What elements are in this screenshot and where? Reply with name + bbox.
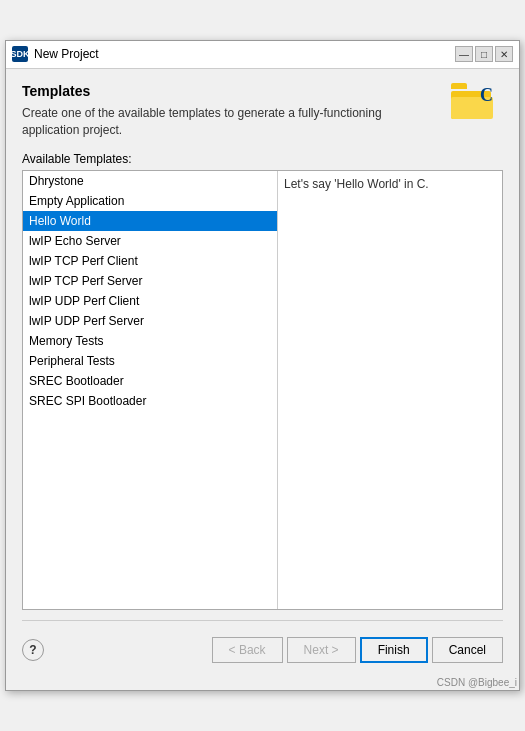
content-area: Templates Create one of the available te… [6,69,519,678]
c-letter: C [480,85,493,106]
finish-button[interactable]: Finish [360,637,428,663]
template-item-srec-bootloader[interactable]: SREC Bootloader [23,371,277,391]
template-item-peripheral-tests[interactable]: Peripheral Tests [23,351,277,371]
title-controls: — □ ✕ [455,46,513,62]
help-button[interactable]: ? [22,639,44,661]
page-title: Templates [22,83,441,99]
available-templates-label: Available Templates: [22,152,503,166]
divider [22,620,503,621]
header-icon: C [451,83,503,127]
close-button[interactable]: ✕ [495,46,513,62]
templates-area: DhrystoneEmpty ApplicationHello WorldlwI… [22,170,503,610]
window-icon: SDK [12,46,28,62]
folder-icon: C [451,83,495,119]
back-button[interactable]: < Back [212,637,283,663]
template-item-memory-tests[interactable]: Memory Tests [23,331,277,351]
main-window: SDK New Project — □ ✕ Templates Create o… [5,40,520,692]
template-item-srec-spi-bootloader[interactable]: SREC SPI Bootloader [23,391,277,411]
header-section: Templates Create one of the available te… [22,83,503,139]
template-item-lwip-tcp-perf-client[interactable]: lwIP TCP Perf Client [23,251,277,271]
cancel-button[interactable]: Cancel [432,637,503,663]
button-row: ? < Back Next > Finish Cancel [22,631,503,667]
window-icon-label: SDK [11,49,30,59]
folder-tab [451,83,467,89]
template-item-hello-world[interactable]: Hello World [23,211,277,231]
template-item-lwip-udp-perf-client[interactable]: lwIP UDP Perf Client [23,291,277,311]
description-text: Let's say 'Hello World' in C. [284,177,429,191]
next-button[interactable]: Next > [287,637,356,663]
template-item-empty-application[interactable]: Empty Application [23,191,277,211]
maximize-button[interactable]: □ [475,46,493,62]
template-item-dhrystone[interactable]: Dhrystone [23,171,277,191]
watermark: CSDN @Bigbee_i [6,677,519,690]
header-text: Templates Create one of the available te… [22,83,441,139]
template-item-lwip-udp-perf-server[interactable]: lwIP UDP Perf Server [23,311,277,331]
template-item-lwip-echo-server[interactable]: lwIP Echo Server [23,231,277,251]
window-title: New Project [34,47,455,61]
title-bar: SDK New Project — □ ✕ [6,41,519,69]
template-list[interactable]: DhrystoneEmpty ApplicationHello WorldlwI… [23,171,278,609]
header-description: Create one of the available templates to… [22,105,441,139]
minimize-button[interactable]: — [455,46,473,62]
template-item-lwip-tcp-perf-server[interactable]: lwIP TCP Perf Server [23,271,277,291]
template-description: Let's say 'Hello World' in C. [278,171,502,609]
